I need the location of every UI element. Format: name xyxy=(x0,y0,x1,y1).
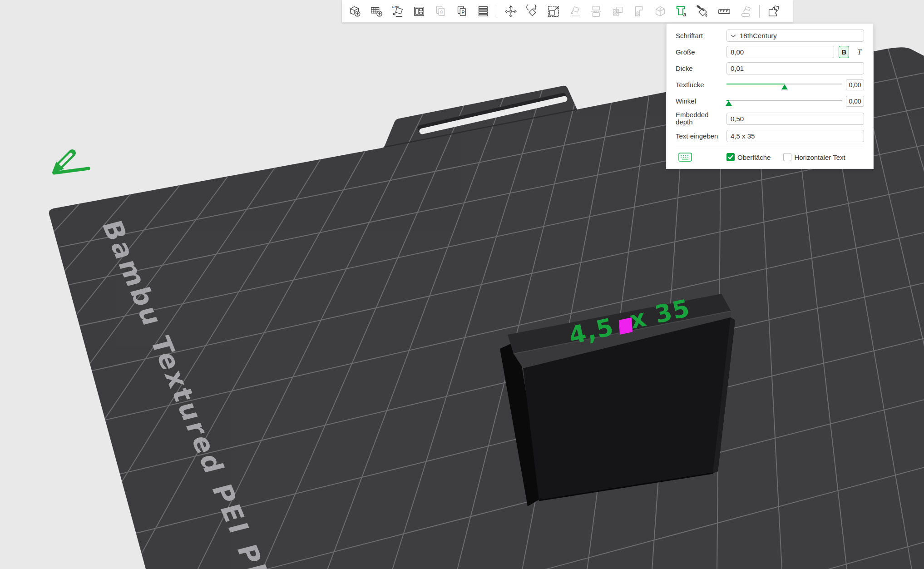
svg-text:P: P xyxy=(462,10,465,15)
keyboard-icon[interactable] xyxy=(678,152,692,162)
text-input-row: Text eingeben xyxy=(676,130,864,142)
add-plate-button[interactable] xyxy=(369,4,384,19)
arrange-button[interactable] xyxy=(411,4,427,19)
horizontal-text-label: Horizontaler Text xyxy=(794,153,845,161)
text-gap-slider[interactable] xyxy=(726,80,842,90)
text-gap-value[interactable]: 0,00 xyxy=(846,79,864,90)
add-object-button[interactable] xyxy=(347,4,363,19)
bold-button[interactable]: B xyxy=(839,46,849,58)
slider-thumb[interactable] xyxy=(726,101,732,106)
embedded-depth-label: Embedded depth xyxy=(676,111,726,126)
lay-on-face-button[interactable] xyxy=(567,4,583,19)
angle-slider[interactable] xyxy=(726,96,842,106)
panel-divider xyxy=(676,147,864,147)
text-input-label: Text eingeben xyxy=(676,132,726,140)
assembly-button[interactable] xyxy=(766,4,781,19)
text-input[interactable] xyxy=(726,130,864,142)
svg-text:0: 0 xyxy=(440,10,443,15)
panel-bottom-row: Oberfläche Horizontaler Text xyxy=(676,152,864,162)
toolbar-separator xyxy=(497,5,497,18)
font-select-value: 18thCentury xyxy=(740,32,777,40)
text-gap-row: Textlücke 0,00 xyxy=(676,79,864,91)
surface-option: Oberfläche Horizontaler Text xyxy=(726,153,855,161)
size-input[interactable] xyxy=(726,46,834,58)
angle-value[interactable]: 0,00 xyxy=(846,96,864,107)
svg-text:a: a xyxy=(683,11,687,18)
thickness-input[interactable] xyxy=(726,62,864,74)
chevron-down-icon xyxy=(731,34,736,38)
text-gap-label: Textlücke xyxy=(676,81,726,89)
split-button[interactable] xyxy=(631,4,647,19)
font-select[interactable]: 18thCentury xyxy=(726,30,864,42)
toolbar-separator xyxy=(759,5,760,18)
surface-checkbox[interactable] xyxy=(726,153,735,161)
rotate-button[interactable] xyxy=(524,4,540,19)
text-tool-panel: Schriftart 18thCentury Größe B T Dicke T… xyxy=(666,24,874,169)
text-drag-handle[interactable] xyxy=(619,317,632,335)
scale-button[interactable] xyxy=(546,4,561,19)
main-toolbar: AUTO 0 P xyxy=(342,0,793,23)
angle-row: Winkel 0,00 xyxy=(676,95,864,107)
move-button[interactable] xyxy=(503,4,519,19)
surface-label: Oberfläche xyxy=(737,153,771,161)
size-row: Größe B T xyxy=(676,46,864,58)
object-list-button[interactable] xyxy=(475,4,491,19)
embedded-depth-input[interactable] xyxy=(726,113,864,125)
text-tool-button[interactable]: a xyxy=(674,4,689,19)
cut-button[interactable] xyxy=(588,4,604,19)
mesh-boolean-button[interactable] xyxy=(652,4,668,19)
application-window: Bambu Textured PEI Pl 4,5 x 35 xyxy=(0,0,924,569)
size-label: Größe xyxy=(676,48,726,56)
auto-orient-button[interactable]: AUTO xyxy=(390,4,405,19)
support-paint-button[interactable] xyxy=(738,4,753,19)
paste-button[interactable]: P xyxy=(454,4,469,19)
seam-paint-button[interactable] xyxy=(695,4,711,19)
measure-button[interactable] xyxy=(716,4,732,19)
embedded-depth-row: Embedded depth xyxy=(676,111,864,126)
font-row: Schriftart 18thCentury xyxy=(676,30,864,42)
thickness-label: Dicke xyxy=(676,64,726,72)
slider-thumb[interactable] xyxy=(781,84,788,89)
italic-button[interactable]: T xyxy=(855,46,864,58)
horizontal-text-checkbox[interactable] xyxy=(783,153,791,161)
font-label: Schriftart xyxy=(676,32,726,40)
copy-button[interactable]: 0 xyxy=(433,4,448,19)
thickness-row: Dicke xyxy=(676,62,864,74)
merge-button[interactable] xyxy=(610,4,625,19)
angle-label: Winkel xyxy=(676,97,726,105)
